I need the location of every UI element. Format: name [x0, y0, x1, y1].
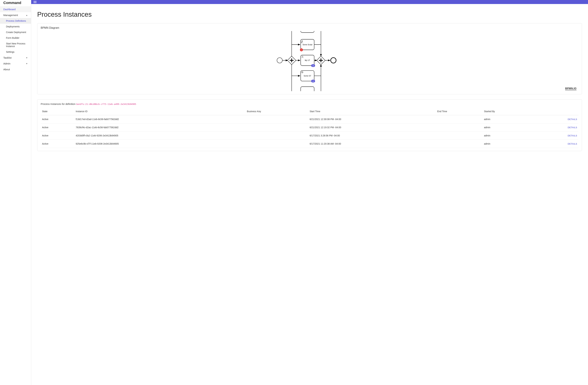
cell-end-time	[436, 115, 483, 123]
sidebar-item-settings[interactable]: Settings	[0, 49, 31, 55]
page-title: Process Instances	[37, 11, 582, 18]
sidebar: Command Dashboard Management ▲ Process D…	[0, 0, 31, 385]
sidebar-item-about[interactable]: About	[0, 67, 31, 72]
sidebar-item-create-deployment[interactable]: Create Deployment	[0, 29, 31, 35]
details-link[interactable]: DETAILS	[533, 115, 579, 123]
topbar	[31, 0, 588, 4]
table-row: Active7639cf4c-d2ac-11eb-8c56-fab077562d…	[41, 123, 579, 132]
sidebar-item-form-builder[interactable]: Form Builder	[0, 35, 31, 41]
sidebar-item-label: About	[3, 68, 10, 71]
cell-instance-id: 925e6c9b-cf7f-11eb-9206-2e3413b94905	[74, 140, 246, 148]
chevron-down-icon: ▼	[26, 57, 28, 59]
cell-started-by: admin	[483, 123, 533, 132]
table-row: Activef13d17ed-d2ad-11eb-8c56-fab077562d…	[41, 115, 579, 123]
sidebar-item-management[interactable]: Management ▲	[0, 12, 31, 18]
svg-point-37	[331, 58, 336, 63]
table-row: Active4203d0ff-cfa2-11eb-9206-2e3413b949…	[41, 132, 579, 140]
details-link[interactable]: DETAILS	[533, 123, 579, 132]
col-business-key: Business Key	[246, 108, 308, 115]
cell-start-time: 6/21/2021 12:30:08 PM -04:00	[308, 115, 436, 123]
cell-started-by: admin	[483, 132, 533, 140]
cell-state: Active	[41, 123, 74, 132]
svg-text:28: 28	[312, 65, 314, 67]
sidebar-item-label: Management	[3, 14, 18, 17]
sidebar-item-process-definitions[interactable]: Process Definitions	[0, 18, 31, 24]
diagram-title: BPMN Diagram	[41, 26, 579, 29]
instances-table: State Instance ID Business Key Start Tim…	[41, 108, 579, 148]
cell-end-time	[436, 140, 483, 148]
cell-started-by: admin	[483, 115, 533, 123]
sidebar-item-label: Create Deployment	[6, 31, 26, 34]
col-started-by: Started By	[483, 108, 533, 115]
svg-rect-0	[301, 31, 314, 33]
svg-point-1	[277, 58, 282, 63]
task-label: Some ST	[304, 75, 311, 77]
menu-icon[interactable]	[34, 1, 37, 3]
cell-end-time	[436, 132, 483, 140]
svg-rect-27	[301, 87, 314, 91]
sidebar-item-label: Process Definitions	[6, 20, 26, 22]
sidebar-item-label: Start New Process Instance	[6, 42, 28, 47]
bpmn-diagram[interactable]: Some Script 1 My UT 28	[41, 31, 579, 91]
instances-intro: Process Instances for definition GenUTs:…	[41, 103, 579, 105]
cell-business-key	[246, 132, 308, 140]
cell-state: Active	[41, 115, 74, 123]
table-row: Active925e6c9b-cf7f-11eb-9206-2e3413b949…	[41, 140, 579, 148]
svg-text:1: 1	[301, 49, 302, 51]
brand-title: Command	[0, 0, 31, 6]
cell-state: Active	[41, 140, 74, 148]
cell-state: Active	[41, 132, 74, 140]
cell-business-key	[246, 123, 308, 132]
definition-key[interactable]: GenUTs:21:d8cd8bcb-cf73-11eb-a499-2e3413…	[76, 103, 136, 105]
sidebar-item-label: Deployments	[6, 25, 20, 28]
col-start-time: Start Time	[308, 108, 436, 115]
cell-instance-id: f13d17ed-d2ad-11eb-8c56-fab077562dd2	[74, 115, 246, 123]
cell-start-time: 6/21/2021 12:19:32 PM -04:00	[308, 123, 436, 132]
task-label: My UT	[305, 59, 310, 61]
sidebar-item-label: Settings	[6, 51, 15, 53]
svg-text:28: 28	[312, 80, 314, 82]
sidebar-item-label: Form Builder	[6, 37, 19, 39]
chevron-up-icon: ▲	[26, 14, 28, 16]
main: Process Instances BPMN Diagram	[31, 0, 588, 385]
cell-end-time	[436, 123, 483, 132]
task-label: Some Script	[302, 44, 312, 45]
cell-business-key	[246, 140, 308, 148]
cell-start-time: 6/17/2021 3:28:56 PM -04:00	[308, 132, 436, 140]
sidebar-item-deployments[interactable]: Deployments	[0, 24, 31, 29]
col-state: State	[41, 108, 74, 115]
sidebar-item-start-new-process[interactable]: Start New Process Instance	[0, 41, 31, 49]
sidebar-item-label: Admin	[3, 62, 11, 65]
sidebar-item-tasklist[interactable]: Tasklist ▼	[0, 55, 31, 61]
bpmn-logo[interactable]: BPMN.IO	[565, 87, 576, 90]
sidebar-item-label: Tasklist	[3, 56, 12, 59]
cell-started-by: admin	[483, 140, 533, 148]
cell-business-key	[246, 115, 308, 123]
cell-instance-id: 4203d0ff-cfa2-11eb-9206-2e3413b94905	[74, 132, 246, 140]
chevron-down-icon: ▼	[26, 63, 28, 65]
col-instance-id: Instance ID	[74, 108, 246, 115]
instances-card: Process Instances for definition GenUTs:…	[37, 99, 582, 151]
diagram-card: BPMN Diagram	[37, 23, 582, 94]
details-link[interactable]: DETAILS	[533, 140, 579, 148]
details-link[interactable]: DETAILS	[533, 132, 579, 140]
sidebar-item-dashboard[interactable]: Dashboard	[0, 6, 31, 12]
cell-instance-id: 7639cf4c-d2ac-11eb-8c56-fab077562dd2	[74, 123, 246, 132]
sidebar-item-admin[interactable]: Admin ▼	[0, 61, 31, 67]
cell-start-time: 6/17/2021 11:20:38 AM -04:00	[308, 140, 436, 148]
col-end-time: End Time	[436, 108, 483, 115]
sidebar-item-label: Dashboard	[3, 8, 16, 11]
